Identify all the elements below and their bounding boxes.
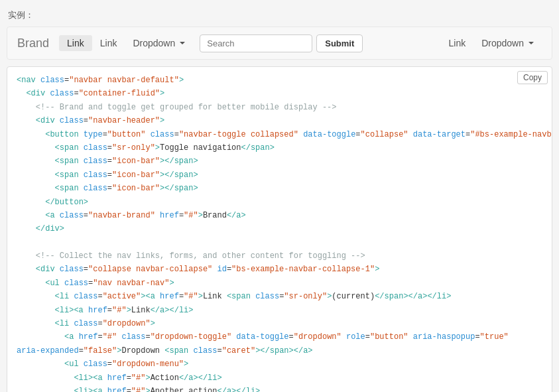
navbar-right: Link Dropdown [440,35,542,51]
search-input[interactable] [200,34,312,52]
nav-item-right-dropdown[interactable]: Dropdown [473,35,542,51]
code-area: <nav class="navbar navbar-default"> <div… [7,67,552,392]
navbar-brand[interactable]: Brand [17,36,59,50]
nav-item-link2[interactable]: Link [92,35,125,51]
nav-item-dropdown1[interactable]: Dropdown [125,35,193,51]
submit-button[interactable]: Submit [316,34,363,52]
caret-icon-right [528,42,534,44]
example-label: 实例： [0,5,559,27]
code-block-wrapper: Copy <nav class="navbar navbar-default">… [7,66,552,392]
navbar-search: Submit [200,34,363,52]
navbar-preview: Brand Link Link Dropdown Submit Link Dro… [7,27,552,60]
caret-icon [180,42,185,44]
nav-item-link1[interactable]: Link [59,35,92,51]
copy-button[interactable]: Copy [517,71,548,84]
navbar-nav: Link Link Dropdown [59,35,193,51]
page-wrapper: 实例： Brand Link Link Dropdown Submit Link… [0,0,559,392]
nav-item-right-link[interactable]: Link [440,35,473,51]
